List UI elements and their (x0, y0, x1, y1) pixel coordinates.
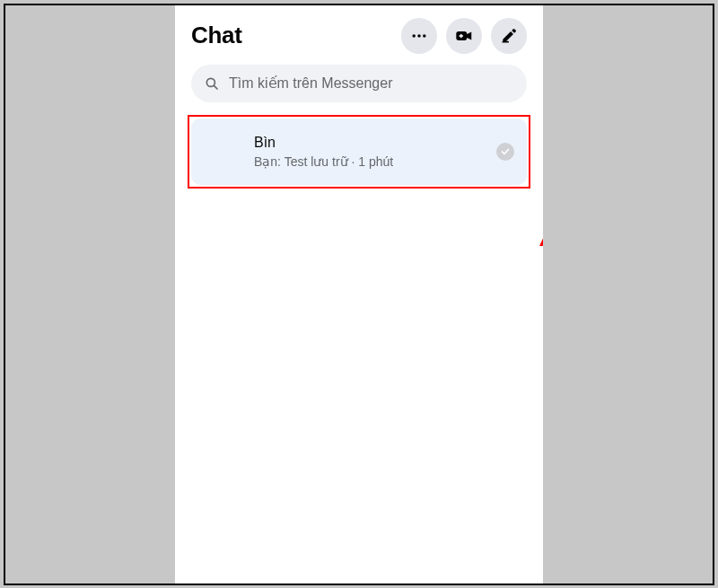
search-icon (204, 75, 220, 92)
page-title: Chat (191, 22, 242, 49)
compose-icon (500, 27, 518, 45)
video-call-button[interactable] (446, 18, 482, 54)
highlight-annotation: Bìn Bạn: Test lưu trữ · 1 phút (188, 115, 530, 189)
conversation-name: Bìn (254, 135, 496, 151)
svg-point-2 (423, 34, 426, 38)
arrow-annotation-icon (537, 210, 543, 336)
svg-point-1 (417, 34, 421, 38)
conversation-item[interactable]: Bìn Bạn: Test lưu trữ · 1 phút (191, 118, 527, 185)
video-camera-plus-icon (454, 26, 474, 46)
conversation-preview: Bạn: Test lưu trữ · 1 phút (254, 154, 496, 169)
more-options-button[interactable] (401, 18, 437, 54)
sent-indicator (496, 143, 514, 161)
compose-button[interactable] (491, 18, 527, 54)
svg-line-8 (214, 85, 217, 89)
search-input[interactable]: Tìm kiếm trên Messenger (191, 65, 527, 102)
search-container: Tìm kiếm trên Messenger (175, 65, 543, 102)
svg-point-0 (412, 34, 416, 38)
header-actions (401, 18, 527, 54)
outer-frame: Chat Tìm kiếm trên Messenger (4, 4, 714, 585)
svg-marker-9 (539, 210, 543, 336)
search-placeholder: Tìm kiếm trên Messenger (229, 75, 392, 92)
header: Chat (175, 13, 543, 65)
conversation-text: Bìn Bạn: Test lưu trữ · 1 phút (254, 135, 496, 169)
svg-rect-5 (460, 35, 464, 37)
more-dots-icon (410, 27, 428, 45)
messenger-panel: Chat Tìm kiếm trên Messenger (175, 5, 543, 584)
svg-rect-6 (503, 40, 510, 42)
check-icon (500, 146, 511, 157)
